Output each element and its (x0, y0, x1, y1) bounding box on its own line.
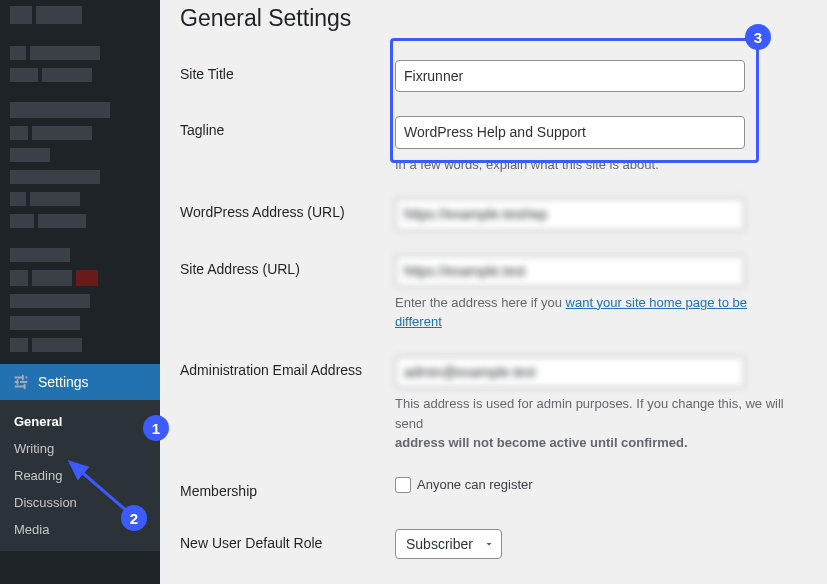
sidebar-blurred-section (0, 0, 160, 364)
input-site-title[interactable] (395, 60, 745, 92)
input-tagline[interactable] (395, 116, 745, 148)
sidebar-item-writing[interactable]: Writing (0, 435, 160, 462)
checkbox-row-membership[interactable]: Anyone can register (395, 477, 797, 493)
label-site-url: Site Address (URL) (180, 243, 395, 344)
sidebar-item-settings[interactable]: Settings (0, 364, 160, 400)
select-default-role[interactable]: Subscriber (395, 529, 502, 559)
input-wp-url[interactable] (395, 198, 745, 230)
label-admin-email: Administration Email Address (180, 344, 395, 465)
label-site-title: Site Title (180, 48, 395, 104)
checkbox-anyone-register[interactable] (395, 477, 411, 493)
label-tagline: Tagline (180, 104, 395, 186)
content-area: General Settings Site Title Tagline In a… (160, 0, 827, 584)
sidebar-item-reading[interactable]: Reading (0, 462, 160, 489)
svg-rect-1 (17, 379, 19, 384)
svg-rect-2 (24, 384, 26, 389)
hint-admin-email: This address is used for admin purposes.… (395, 394, 797, 453)
sidebar-label-settings: Settings (38, 374, 89, 390)
label-default-role: New User Default Role (180, 517, 395, 571)
annotation-badge-2: 2 (121, 505, 147, 531)
annotation-badge-1: 1 (143, 415, 169, 441)
label-membership: Membership (180, 465, 395, 517)
hint-tagline: In a few words, explain what this site i… (395, 155, 797, 175)
page-title: General Settings (180, 0, 807, 48)
hint-site-url: Enter the address here if you want your … (395, 293, 797, 332)
annotation-badge-3: 3 (745, 24, 771, 50)
checkbox-label-anyone-register: Anyone can register (417, 477, 533, 492)
admin-sidebar: Settings General Writing Reading Discuss… (0, 0, 160, 584)
svg-rect-0 (22, 375, 24, 380)
sliders-icon (12, 373, 30, 391)
label-wp-url: WordPress Address (URL) (180, 186, 395, 242)
input-site-url[interactable] (395, 255, 745, 287)
input-admin-email[interactable] (395, 356, 745, 388)
sidebar-item-general[interactable]: General (0, 408, 160, 435)
